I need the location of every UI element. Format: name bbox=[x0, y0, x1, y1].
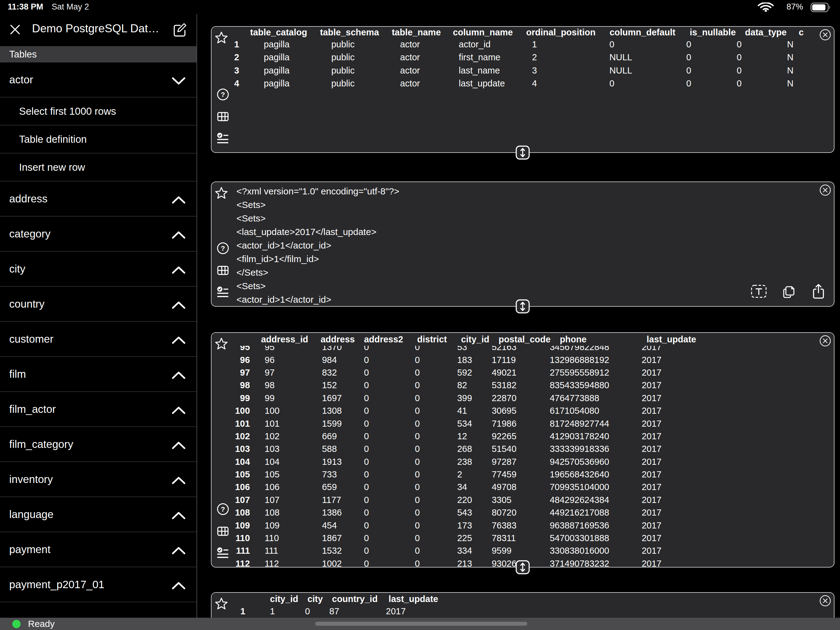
resize-handle-icon[interactable] bbox=[515, 145, 530, 160]
data-cell: 2017 bbox=[632, 366, 834, 379]
table-row[interactable]: 110872017 bbox=[212, 605, 469, 618]
sidebar-item-category[interactable]: category bbox=[0, 217, 196, 252]
table-row[interactable]: 2pagillapublicactorfirst_name2NULL00N bbox=[212, 51, 834, 64]
sidebar-item-film_category[interactable]: film_category bbox=[0, 427, 196, 462]
favorite-star-icon[interactable] bbox=[214, 597, 229, 611]
table-row[interactable]: 99991697003992287047647738882017 bbox=[212, 392, 834, 405]
help-icon[interactable]: ? bbox=[216, 242, 229, 255]
sidebar-item-payment_p2017_01[interactable]: payment_p2017_01 bbox=[0, 567, 196, 602]
data-cell: 152 bbox=[313, 379, 355, 392]
compose-icon[interactable] bbox=[172, 22, 188, 38]
result-panel-table-columns: ? 1pagillapublicactoractor_id1000N2pagil… bbox=[211, 26, 834, 153]
table-row[interactable]: 3pagillapublicactorlast_name3NULL00N bbox=[212, 64, 834, 77]
sidebar-item-language[interactable]: language bbox=[0, 497, 196, 532]
sidebar-header: Demo PostgreSQL Dat… bbox=[0, 14, 196, 46]
table-row[interactable]: 101101159900534719868172489277442017 bbox=[212, 417, 834, 430]
help-icon[interactable]: ? bbox=[216, 503, 229, 516]
column-header-table_catalog: table_catalog bbox=[241, 27, 311, 38]
share-icon[interactable] bbox=[812, 283, 825, 299]
sidebar-action-select-first-1000-rows[interactable]: Select first 1000 rows bbox=[0, 98, 196, 125]
data-cell: 53182 bbox=[482, 379, 540, 392]
data-cell: 534 bbox=[448, 417, 482, 430]
table-row[interactable]: 10910945400173763839638871695362017 bbox=[212, 519, 834, 532]
data-cell: 592 bbox=[448, 366, 482, 379]
data-cell: 3 bbox=[523, 64, 600, 77]
table-row[interactable]: 104104191300238972879425705369602017 bbox=[212, 456, 834, 468]
table-name-label: address bbox=[9, 193, 47, 205]
tables-list: actorSelect first 1000 rowsTable definit… bbox=[0, 62, 196, 602]
sidebar-item-city[interactable]: city bbox=[0, 252, 196, 287]
sidebar-item-address[interactable]: address bbox=[0, 182, 196, 217]
data-cell: 0 bbox=[406, 405, 448, 417]
data-cell: 107 bbox=[256, 494, 313, 507]
table-row[interactable]: 108108138600543807204492162170882017 bbox=[212, 507, 834, 519]
data-cell: 0 bbox=[677, 38, 728, 51]
table-row[interactable]: 1061066590034497087099351040002017 bbox=[212, 481, 834, 494]
data-cell: 0 bbox=[406, 353, 448, 366]
table-row[interactable]: 969698400183171191329868881922017 bbox=[212, 353, 834, 366]
resize-handle-icon[interactable] bbox=[515, 299, 530, 314]
table-header-row: table_catalogtable_schematable_namecolum… bbox=[212, 27, 834, 38]
favorite-star-icon[interactable] bbox=[214, 30, 229, 45]
sidebar-action-table-definition[interactable]: Table definition bbox=[0, 125, 196, 154]
copy-icon[interactable] bbox=[782, 284, 796, 299]
table-row[interactable]: 979783200592490212755955589122017 bbox=[212, 366, 834, 379]
favorite-star-icon[interactable] bbox=[214, 186, 229, 201]
table-row[interactable]: 4pagillapublicactorlast_update4000N bbox=[212, 77, 834, 90]
table-row[interactable]: 10710711770022033054842926243842017 bbox=[212, 494, 834, 507]
data-cell: public bbox=[322, 64, 391, 77]
row-number-cell: 105 bbox=[212, 468, 256, 481]
sidebar-item-actor[interactable]: actor bbox=[0, 62, 196, 98]
close-panel-icon[interactable] bbox=[819, 28, 831, 41]
data-cell: 105 bbox=[256, 468, 313, 481]
table-row[interactable]: 100100130800413069561710540802017 bbox=[212, 405, 834, 417]
close-panel-icon[interactable] bbox=[819, 335, 831, 347]
sidebar-item-inventory[interactable]: inventory bbox=[0, 462, 196, 497]
resize-handle-icon[interactable] bbox=[515, 560, 530, 575]
sidebar-action-insert-new-row[interactable]: Insert new row bbox=[0, 154, 196, 182]
sidebar-item-film[interactable]: film bbox=[0, 357, 196, 392]
table-row[interactable]: 110110186700225783115470033018882017 bbox=[212, 532, 834, 545]
data-cell: 98 bbox=[256, 379, 313, 392]
data-cell: 1386 bbox=[313, 507, 355, 519]
data-cell: 1532 bbox=[313, 545, 355, 557]
data-cell: 4764773888 bbox=[540, 392, 632, 405]
close-panel-icon[interactable] bbox=[819, 184, 831, 196]
grid-view-icon[interactable] bbox=[216, 110, 229, 123]
table-row[interactable]: 1pagillapublicactoractor_id1000N bbox=[212, 38, 834, 51]
sidebar-item-film_actor[interactable]: film_actor bbox=[0, 392, 196, 427]
data-cell: 4 bbox=[523, 77, 600, 90]
grid-view-icon[interactable] bbox=[216, 525, 229, 538]
table-row[interactable]: 105105733002774591965684326402017 bbox=[212, 468, 834, 481]
text-format-icon[interactable] bbox=[751, 285, 767, 298]
close-panel-icon[interactable] bbox=[819, 595, 831, 607]
tables-section-label: Tables bbox=[9, 49, 37, 60]
sidebar: Demo PostgreSQL Dat… Tables actorSelect … bbox=[0, 14, 197, 618]
column-header-last_update: last_update bbox=[637, 333, 834, 346]
sidebar-item-payment[interactable]: payment bbox=[0, 532, 196, 567]
data-cell: 2017 bbox=[632, 494, 834, 507]
sidebar-item-country[interactable]: country bbox=[0, 287, 196, 322]
table-row[interactable]: 10310358800268515403333399183362017 bbox=[212, 443, 834, 455]
checklist-icon[interactable] bbox=[216, 286, 230, 299]
checklist-icon[interactable] bbox=[216, 547, 230, 560]
xml-line: <Sets> bbox=[237, 279, 829, 293]
close-sidebar-icon[interactable] bbox=[8, 23, 22, 37]
data-cell: actor bbox=[391, 77, 450, 90]
help-icon[interactable]: ? bbox=[216, 88, 229, 101]
column-header-phone: phone bbox=[551, 333, 637, 346]
table-row[interactable]: 1021026690012922654129031782402017 bbox=[212, 430, 834, 443]
grid-view-icon[interactable] bbox=[216, 264, 229, 277]
data-cell: 41 bbox=[448, 405, 482, 417]
favorite-star-icon[interactable] bbox=[214, 337, 229, 351]
data-cell: actor_id bbox=[450, 38, 523, 51]
chevron-up-icon bbox=[171, 545, 186, 554]
table-row[interactable]: 98981520082531828354335948802017 bbox=[212, 379, 834, 392]
table-row[interactable]: 11111115320033495993308380160002017 bbox=[212, 545, 834, 557]
data-cell: 588 bbox=[313, 443, 355, 455]
data-cell: 835433594880 bbox=[540, 379, 632, 392]
home-indicator[interactable] bbox=[315, 622, 527, 626]
chevron-up-icon bbox=[171, 405, 186, 413]
sidebar-item-customer[interactable]: customer bbox=[0, 322, 196, 357]
checklist-icon[interactable] bbox=[216, 132, 230, 146]
